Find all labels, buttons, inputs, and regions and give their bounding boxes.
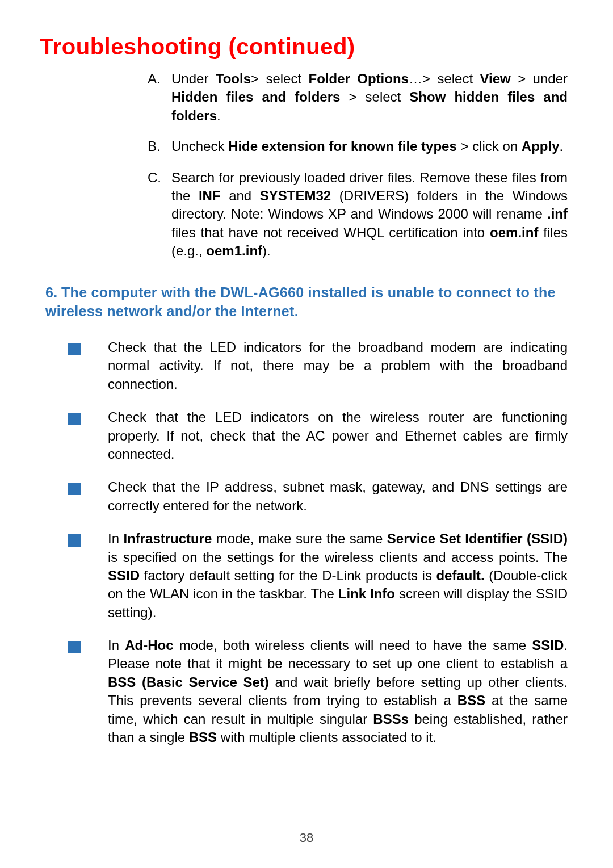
lettered-item-b: B. Uncheck Hide extension for known file… [148, 137, 568, 156]
square-bullet-icon [68, 408, 108, 463]
item-body: Search for previously loaded driver file… [171, 169, 568, 261]
item-body: Under Tools> select Folder Options…> sel… [171, 70, 568, 125]
bullet-body: Check that the LED indicators for the br… [108, 338, 568, 393]
item-body: Uncheck Hide extension for known file ty… [171, 137, 568, 156]
bullet-body: In Infrastructure mode, make sure the sa… [108, 530, 568, 622]
bullet-body: In Ad-Hoc mode, both wireless clients wi… [108, 636, 568, 747]
bullet-body: Check that the IP address, subnet mask, … [108, 478, 568, 515]
square-bullet-icon [68, 530, 108, 622]
square-bullet-icon [68, 478, 108, 515]
lettered-item-c: C. Search for previously loaded driver f… [148, 169, 568, 261]
document-page: Troubleshooting (continued) A. Under Too… [0, 0, 613, 868]
bullet-item: Check that the LED indicators on the wir… [68, 408, 568, 463]
item-label: B. [148, 137, 171, 156]
heading-number: 6. [45, 283, 61, 303]
page-title: Troubleshooting (continued) [40, 34, 573, 60]
bullet-item: Check that the LED indicators for the br… [68, 338, 568, 393]
bullet-item: In Infrastructure mode, make sure the sa… [68, 530, 568, 622]
item-label: C. [148, 169, 171, 261]
bullet-list: Check that the LED indicators for the br… [68, 338, 568, 747]
square-bullet-icon [68, 636, 108, 747]
square-bullet-icon [68, 338, 108, 393]
bullet-item: Check that the IP address, subnet mask, … [68, 478, 568, 515]
bullet-body: Check that the LED indicators on the wir… [108, 408, 568, 463]
bullet-item: In Ad-Hoc mode, both wireless clients wi… [68, 636, 568, 747]
page-number: 38 [0, 831, 613, 845]
lettered-list: A. Under Tools> select Folder Options…> … [148, 70, 568, 261]
heading-text: The computer with the DWL-AG660 installe… [45, 284, 556, 320]
section-6-heading: 6.The computer with the DWL-AG660 instal… [45, 283, 568, 322]
lettered-item-a: A. Under Tools> select Folder Options…> … [148, 70, 568, 125]
item-label: A. [148, 70, 171, 125]
